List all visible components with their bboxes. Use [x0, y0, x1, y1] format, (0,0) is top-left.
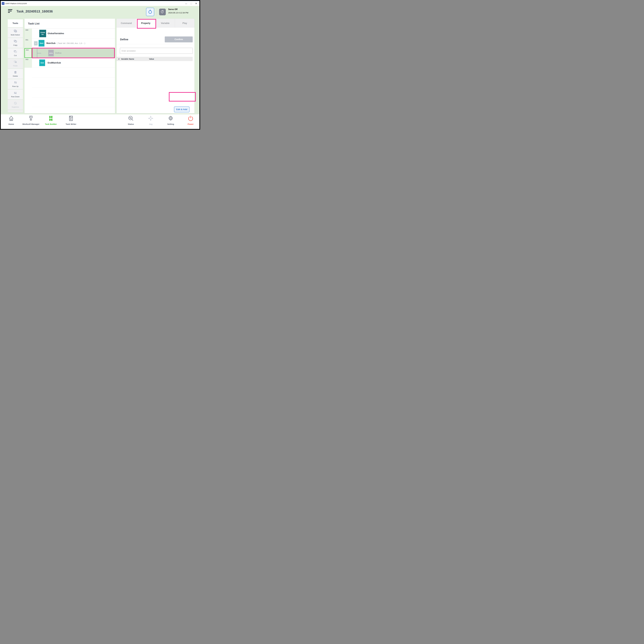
multi-select-icon — [14, 29, 17, 33]
jog-icon — [148, 115, 154, 122]
tools-panel-overflow — [8, 110, 23, 112]
workcell-manager-icon — [28, 115, 34, 122]
task-builder-icon — [48, 115, 54, 122]
suppress-icon — [14, 101, 17, 105]
cut-button[interactable]: Cut — [8, 48, 23, 58]
annotation-input[interactable] — [120, 48, 193, 54]
application-window: D DART-Platform GV02110200 — ✕ Task_2024… — [0, 0, 200, 130]
status-icon — [128, 115, 134, 122]
nav-jog[interactable]: Jog — [141, 115, 160, 125]
tree-connector-branch — [37, 53, 41, 53]
tool-label: Paste — [13, 65, 18, 67]
nav-power[interactable]: Power — [181, 115, 199, 125]
copy-icon — [14, 40, 17, 44]
tab-play[interactable]: Play — [175, 19, 194, 28]
app-body: Task_20240513_160036 — [1, 6, 199, 129]
variable-table-header: # Variable Name Value — [117, 57, 193, 61]
start-badge: Start — [39, 40, 44, 46]
task-row-mainsub[interactable]: 001 Start MainSub( Task Vel. 250.000, Ac… — [24, 38, 115, 48]
tab-command[interactable]: Command — [117, 19, 136, 28]
multi-select-button[interactable]: Multi-Select — [8, 28, 23, 38]
cut-icon — [14, 50, 17, 54]
row-label: MainSub( Task Vel. 250.000, Acc. 1,0⋯ ) — [46, 42, 85, 45]
tools-panel: Tools Multi-Select Copy — [8, 19, 23, 114]
paste-button[interactable]: Paste — [8, 58, 23, 69]
row-label: EndMainSub — [48, 62, 61, 64]
home-icon — [8, 115, 14, 122]
suppress-button[interactable]: Suppress — [8, 100, 23, 110]
nav-workcell-manager[interactable]: Workcell Manager — [21, 115, 41, 125]
define-badge: Define — [48, 50, 54, 56]
close-icon[interactable]: ✕ — [195, 2, 197, 5]
robot-mode-button[interactable] — [146, 8, 154, 16]
task-list-panel: Task List 000 Global Var. GlobalVariable… — [24, 19, 115, 113]
manual-mode-badge[interactable] — [159, 9, 166, 15]
task-writer-icon — [68, 115, 74, 122]
row-label: Define — [55, 52, 61, 54]
empty-row-separator — [32, 87, 115, 88]
timestamp: 2024.05.13 4:12:34 PM — [168, 12, 188, 14]
section-title: Define — [120, 36, 128, 42]
column-number: # — [117, 58, 121, 60]
servo-status: Servo Off — [168, 8, 188, 11]
tab-property[interactable]: Property — [136, 19, 155, 28]
header-divider — [157, 8, 157, 16]
tool-label: Multi-Select — [11, 34, 20, 36]
app-logo-icon: D — [2, 2, 4, 5]
nav-task-builder[interactable]: Task Builder — [41, 115, 61, 125]
column-value: Value — [149, 58, 154, 60]
row-index-selected: 002 — [24, 48, 32, 58]
highlight-selected-row — [32, 48, 115, 58]
setting-icon — [168, 115, 174, 122]
tool-label: Suppress — [12, 106, 19, 108]
confirm-button[interactable]: Confirm — [165, 36, 193, 42]
menu-icon[interactable] — [8, 9, 13, 14]
titlebar: D DART-Platform GV02110200 — ✕ — [1, 1, 199, 6]
tool-label: Copy — [13, 44, 17, 46]
copy-button[interactable]: Copy — [8, 38, 23, 48]
task-list-title: Task List — [24, 19, 115, 29]
tool-label: Cut — [14, 54, 17, 56]
row-index: 003 — [24, 58, 32, 68]
tab-variable[interactable]: Variable — [155, 19, 175, 28]
window-title: DART-Platform GV02110200 — [5, 3, 185, 5]
tool-label: Row Up — [12, 85, 18, 87]
row-up-button[interactable]: Row Up — [8, 79, 23, 89]
section-divider — [117, 44, 193, 44]
paste-icon — [14, 60, 17, 64]
hand-icon — [160, 10, 165, 14]
row-down-icon — [14, 91, 17, 95]
nav-setting[interactable]: Setting — [161, 115, 180, 125]
app-header: Task_20240513_160036 — [1, 6, 199, 19]
highlight-edit-add — [169, 92, 196, 101]
nav-task-writer[interactable]: Task Writer — [61, 115, 81, 125]
panel-tabs: Command Property Variable Play — [117, 19, 194, 28]
tool-label: Delete — [13, 75, 18, 77]
tool-label: Row Down — [11, 96, 19, 98]
global-var-badge: Global Var. — [39, 30, 46, 37]
minimize-icon[interactable]: — — [185, 3, 187, 5]
collapse-chevron-button[interactable] — [34, 41, 38, 45]
edit-add-button[interactable]: Edit & Add — [174, 107, 189, 112]
task-row-endmainsub[interactable]: 003 End EndMainSub — [24, 58, 115, 68]
row-detail: ( Task Vel. 250.000, Acc. 1,0⋯ ) — [57, 42, 85, 44]
row-label: GlobalVariables — [48, 32, 64, 35]
delete-icon — [14, 71, 17, 75]
tools-title: Tools — [8, 19, 23, 27]
page-title: Task_20240513_160036 — [16, 10, 53, 13]
maximize-icon[interactable] — [190, 3, 192, 4]
end-badge: End — [39, 60, 45, 66]
row-down-button[interactable]: Row Down — [8, 89, 23, 99]
row-index: 000 — [24, 29, 32, 38]
power-icon — [188, 115, 194, 122]
delete-button[interactable]: Delete — [8, 69, 23, 79]
bottom-nav: Home Workcell Manager — [1, 114, 199, 129]
gripper-icon — [148, 9, 153, 15]
nav-status[interactable]: Status — [121, 115, 141, 125]
property-panel: Command Property Variable Play Define Co… — [117, 19, 194, 113]
nav-home[interactable]: Home — [2, 115, 21, 125]
column-variable-name: Variable Name — [121, 58, 149, 60]
task-row-globalvariables[interactable]: 000 Global Var. GlobalVariables — [24, 29, 115, 38]
task-row-define[interactable]: 002 Define Define — [24, 48, 115, 58]
row-up-icon — [14, 81, 17, 85]
